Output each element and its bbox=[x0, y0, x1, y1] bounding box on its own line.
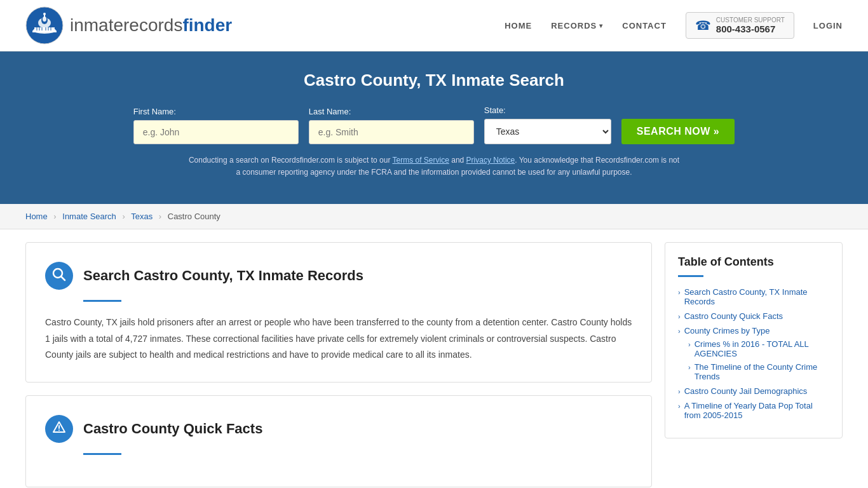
alert-icon-circle bbox=[45, 415, 73, 443]
state-group: State: AlabamaAlaskaArizonaArkansas Cali… bbox=[484, 105, 611, 144]
logo-icon bbox=[25, 6, 64, 44]
svg-rect-12 bbox=[45, 27, 46, 30]
search-icon-circle bbox=[45, 262, 73, 290]
quick-facts-section: Castro County Quick Facts bbox=[25, 395, 652, 487]
site-header: inmaterecordsfinder HOME RECORDS ▾ CONTA… bbox=[0, 0, 868, 51]
breadcrumb: Home › Inmate Search › Texas › Castro Co… bbox=[0, 204, 868, 229]
breadcrumb-sep-2: › bbox=[122, 212, 125, 221]
alert-icon bbox=[52, 420, 66, 437]
sidebar: Table of Contents › Search Castro County… bbox=[665, 242, 843, 488]
privacy-link[interactable]: Privacy Notice bbox=[466, 156, 515, 165]
toc-sublist-3: › Crimes % in 2016 - TOTAL ALL AGENCIES … bbox=[688, 339, 829, 381]
breadcrumb-sep-1: › bbox=[53, 212, 56, 221]
section2-title: Castro County Quick Facts bbox=[83, 421, 262, 437]
svg-rect-13 bbox=[48, 27, 49, 30]
breadcrumb-state[interactable]: Texas bbox=[131, 212, 153, 221]
nav-home[interactable]: HOME bbox=[505, 21, 532, 30]
toc-item-5: › A Timeline of Yearly Data Pop Total fr… bbox=[678, 401, 829, 420]
svg-rect-3 bbox=[32, 30, 57, 32]
section1-header: Search Castro County, TX Inmate Records bbox=[45, 262, 632, 290]
search-button[interactable]: SEARCH NOW » bbox=[621, 119, 735, 144]
inmate-records-section: Search Castro County, TX Inmate Records … bbox=[25, 242, 652, 383]
svg-rect-10 bbox=[39, 27, 40, 30]
last-name-label: Last Name: bbox=[309, 107, 474, 116]
phone-icon: ☎ bbox=[695, 18, 711, 33]
svg-rect-11 bbox=[41, 27, 43, 30]
toc-chevron-icon-4: › bbox=[678, 388, 681, 395]
first-name-group: First Name: bbox=[133, 107, 299, 144]
toc-subitem-3-1: › Crimes % in 2016 - TOTAL ALL AGENCIES bbox=[688, 339, 829, 358]
section1-divider bbox=[83, 300, 121, 302]
toc-sublink-3-1[interactable]: › Crimes % in 2016 - TOTAL ALL AGENCIES bbox=[688, 339, 829, 358]
svg-point-8 bbox=[43, 13, 46, 15]
terms-link[interactable]: Terms of Service bbox=[393, 156, 449, 165]
toc-link-2[interactable]: › Castro County Quick Facts bbox=[678, 311, 829, 321]
toc-chevron-icon-2: › bbox=[678, 313, 681, 320]
customer-support-box[interactable]: ☎ CUSTOMER SUPPORT 800-433-0567 bbox=[686, 12, 794, 39]
page-title: Castro County, TX Inmate Search bbox=[25, 71, 843, 90]
section2-divider bbox=[83, 453, 121, 455]
logo-area: inmaterecordsfinder bbox=[25, 6, 232, 44]
logo-text: inmaterecordsfinder bbox=[70, 15, 232, 36]
toc-item-3: › County Crimes by Type › Crimes % in 20… bbox=[678, 326, 829, 381]
toc-divider bbox=[678, 275, 703, 277]
breadcrumb-current: Castro County bbox=[168, 212, 220, 221]
breadcrumb-home[interactable]: Home bbox=[25, 212, 48, 221]
toc-item-1: › Search Castro County, TX Inmate Record… bbox=[678, 287, 829, 306]
search-banner: Castro County, TX Inmate Search First Na… bbox=[0, 51, 868, 204]
main-content: Search Castro County, TX Inmate Records … bbox=[0, 229, 868, 488]
state-select[interactable]: AlabamaAlaskaArizonaArkansas CaliforniaC… bbox=[484, 119, 611, 144]
svg-point-18 bbox=[58, 430, 60, 431]
first-name-input[interactable] bbox=[133, 120, 299, 144]
section1-title: Search Castro County, TX Inmate Records bbox=[83, 268, 363, 284]
disclaimer-text: Conducting a search on Recordsfinder.com… bbox=[186, 154, 682, 179]
toc-chevron-icon-5: › bbox=[678, 402, 681, 410]
chevron-down-icon: ▾ bbox=[599, 22, 603, 29]
toc-sub-chevron-icon-3-1: › bbox=[688, 341, 691, 348]
last-name-group: Last Name: bbox=[309, 107, 474, 144]
breadcrumb-sep-3: › bbox=[159, 212, 161, 221]
content-area: Search Castro County, TX Inmate Records … bbox=[25, 242, 652, 488]
toc-subitem-3-2: › The Timeline of the County Crime Trend… bbox=[688, 362, 829, 381]
toc-list: › Search Castro County, TX Inmate Record… bbox=[678, 287, 829, 420]
toc-chevron-icon-1: › bbox=[678, 288, 681, 296]
toc-title: Table of Contents bbox=[678, 255, 829, 269]
toc-box: Table of Contents › Search Castro County… bbox=[665, 242, 843, 438]
breadcrumb-inmate-search[interactable]: Inmate Search bbox=[62, 212, 116, 221]
nav-contact[interactable]: CONTACT bbox=[622, 21, 667, 30]
support-phone: 800-433-0567 bbox=[716, 24, 785, 34]
toc-link-4[interactable]: › Castro County Jail Demographics bbox=[678, 386, 829, 396]
toc-link-5[interactable]: › A Timeline of Yearly Data Pop Total fr… bbox=[678, 401, 829, 420]
main-nav: HOME RECORDS ▾ CONTACT ☎ CUSTOMER SUPPOR… bbox=[505, 12, 843, 39]
toc-chevron-icon-3: › bbox=[678, 327, 681, 335]
svg-rect-14 bbox=[50, 27, 51, 30]
toc-link-1[interactable]: › Search Castro County, TX Inmate Record… bbox=[678, 287, 829, 306]
first-name-label: First Name: bbox=[133, 107, 299, 116]
section2-header: Castro County Quick Facts bbox=[45, 415, 632, 443]
svg-line-16 bbox=[61, 276, 65, 280]
toc-sub-chevron-icon-3-2: › bbox=[688, 363, 691, 371]
support-info: CUSTOMER SUPPORT 800-433-0567 bbox=[716, 17, 785, 34]
toc-link-3[interactable]: › County Crimes by Type bbox=[678, 326, 829, 336]
svg-rect-9 bbox=[36, 27, 37, 30]
toc-item-2: › Castro County Quick Facts bbox=[678, 311, 829, 321]
nav-records[interactable]: RECORDS ▾ bbox=[551, 21, 603, 30]
support-label: CUSTOMER SUPPORT bbox=[716, 17, 785, 24]
search-icon bbox=[52, 268, 66, 285]
last-name-input[interactable] bbox=[309, 120, 474, 144]
toc-sublink-3-2[interactable]: › The Timeline of the County Crime Trend… bbox=[688, 362, 829, 381]
toc-item-4: › Castro County Jail Demographics bbox=[678, 386, 829, 396]
section1-body: Castro County, TX jails hold prisoners a… bbox=[45, 315, 632, 363]
state-label: State: bbox=[484, 105, 611, 115]
search-form: First Name: Last Name: State: AlabamaAla… bbox=[25, 105, 843, 144]
nav-login[interactable]: LOGIN bbox=[813, 21, 843, 30]
